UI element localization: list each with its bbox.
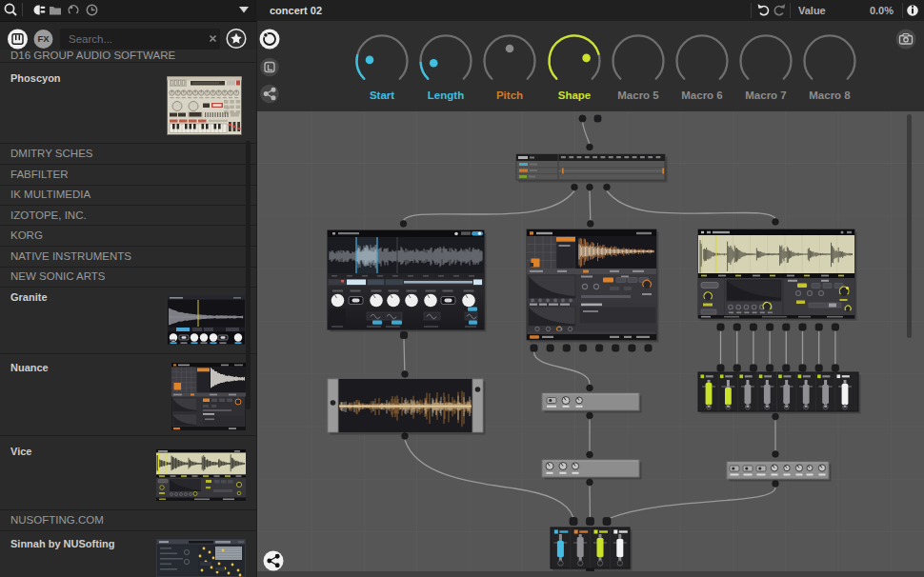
svg-text:Macro 5: Macro 5 — [617, 90, 659, 101]
svg-text:Pitch: Pitch — [496, 90, 523, 101]
svg-text:Value: Value — [798, 5, 826, 16]
svg-text:Macro 6: Macro 6 — [681, 90, 722, 101]
svg-text:Start: Start — [370, 90, 394, 101]
svg-text:Macro 7: Macro 7 — [745, 90, 786, 101]
svg-text:Macro 8: Macro 8 — [809, 90, 851, 101]
svg-text:0.0%: 0.0% — [870, 5, 894, 16]
svg-text:Shape: Shape — [558, 90, 592, 101]
svg-text:concert 02: concert 02 — [270, 5, 322, 16]
svg-text:FX: FX — [37, 33, 50, 44]
svg-text:Search...: Search... — [69, 33, 112, 45]
svg-text:Length: Length — [428, 90, 464, 101]
